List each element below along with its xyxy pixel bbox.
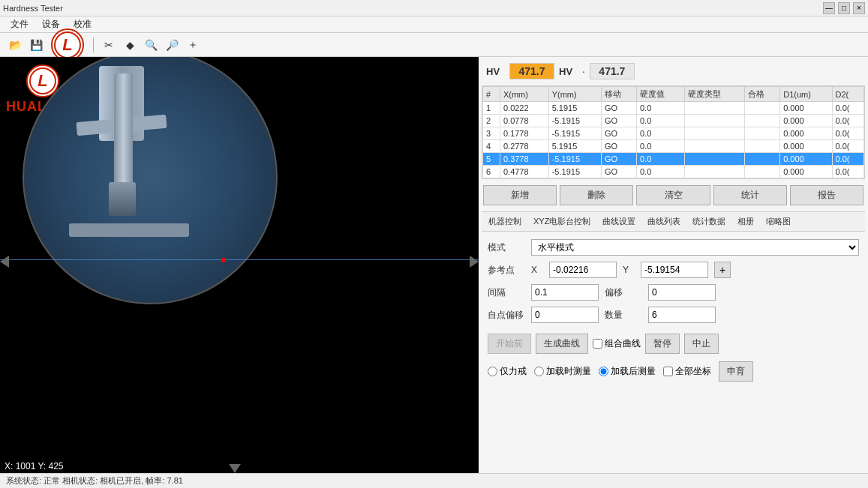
right-panel: HV 471.7 HV · 471.7 # X(mm) Y(mm) 移动 硬度值… [479,57,868,473]
table-cell-col4: 0.0 [637,102,685,115]
table-cell-col4: 0.0 [637,153,685,166]
toolbar-sep-1 [93,37,94,52]
window-controls: — □ × [823,2,865,14]
y-input[interactable] [641,262,708,278]
close-button[interactable]: × [853,2,865,14]
zoom-out-button[interactable]: 🔎 [163,36,181,54]
radio-measure-during-input[interactable] [534,367,544,376]
table-cell-col2: -5.1915 [548,127,601,140]
all-coords-label: 全部坐标 [675,365,711,378]
all-coords-checkbox[interactable] [663,367,673,376]
table-cell-col2: -5.1915 [548,166,601,178]
table-cell-col3: GO [601,140,636,153]
radio-only-force-input[interactable] [488,367,497,376]
mode-label: 模式 [488,241,525,254]
sub-tab-xyz[interactable]: XYZ电影台控制 [528,214,596,229]
arrow-right-handle[interactable] [470,256,479,268]
toolbar: 📂 💾 L ✂ ◆ 🔍 🔎 ＋ [0,33,868,57]
combine-curve-checkbox[interactable] [593,339,602,349]
data-table: # X(mm) Y(mm) 移动 硬度值 硬度类型 合格 D1(um) D2( … [482,85,865,179]
hv-display-row: HV 471.7 HV · 471.7 [482,60,865,82]
table-cell-col7: 0.000 [780,140,832,153]
table-cell-col8: 0.0( [832,153,864,166]
count-input[interactable] [648,307,716,323]
stats-button[interactable]: 统计 [713,185,787,205]
add-button[interactable]: ＋ [184,36,202,54]
table-cell-col1: 0.3778 [500,153,548,166]
pause-button[interactable]: 暂停 [645,334,680,354]
menu-file[interactable]: 文件 [5,16,35,32]
start-count-row: 自点偏移 数量 [488,307,859,323]
x-input[interactable] [549,262,617,278]
apply-button[interactable]: 申育 [719,361,753,382]
status-bar: 系统状态: 正常 相机状态: 相机已开启, 帧率: 7.81 [0,473,868,488]
cut-button[interactable]: ✂ [100,36,118,54]
all-coords-checkbox-label[interactable]: 全部坐标 [663,365,711,378]
start-before-button: 开始前 [488,334,531,354]
table-row[interactable]: 40.27785.1915GO0.00.0000.0( [483,140,864,153]
table-cell-col8: 0.0( [832,140,864,153]
table-row[interactable]: 30.1778-5.1915GO0.00.0000.0( [483,127,864,140]
hv-value-2: 471.7 [590,63,635,79]
menu-bar: 文件 设备 校准 [0,16,868,33]
radio-measure-after-input[interactable] [599,367,608,376]
arrow-bottom-handle[interactable] [229,464,241,473]
table-cell-col0: 3 [483,127,500,140]
sub-tab-statistics[interactable]: 统计数据 [687,214,731,229]
table-cell-col4: 0.0 [637,166,685,178]
report-button[interactable]: 报告 [790,185,863,205]
radio-measure-during[interactable]: 加载时测量 [534,365,591,378]
col-header-d2: D2( [832,87,864,102]
offset-input[interactable] [648,284,716,301]
col-header-hv: 硬度值 [637,87,685,102]
radio-only-force[interactable]: 仅力戒 [488,365,527,378]
measurement-dot [221,258,226,262]
zoom-in-button[interactable]: 🔍 [142,36,160,54]
microscope-svg [24,57,278,304]
table-cell-col2: -5.1915 [548,115,601,127]
sub-tab-thumbnail[interactable]: 缩略图 [761,214,796,229]
open-button[interactable]: 📂 [6,36,24,54]
sub-tab-curve-list[interactable]: 曲线列表 [642,214,686,229]
table-row[interactable]: 20.0778-5.1915GO0.00.0000.0( [483,115,864,127]
sub-tab-machine[interactable]: 机器控制 [483,214,527,229]
generate-curve-button[interactable]: 生成曲线 [536,334,588,354]
gap-input[interactable] [531,284,599,301]
coordinate-display: X: 1001 Y: 425 [5,461,64,472]
table-row[interactable]: 50.3778-5.1915GO0.00.0000.0( [483,153,864,166]
table-row[interactable]: 10.02225.1915GO0.00.0000.0( [483,102,864,115]
table-cell-col0: 4 [483,140,500,153]
col-header-num: # [483,87,500,102]
table-cell-col1: 0.0778 [500,115,548,127]
start-input[interactable] [531,307,599,323]
camera-circle [23,57,278,304]
diamond-button[interactable]: ◆ [121,36,139,54]
col-header-y: Y(mm) [548,87,601,102]
action-buttons-row: 新增 删除 清空 统计 报告 [482,182,865,208]
svg-rect-4 [69,223,189,237]
radio-measure-after[interactable]: 加载后测量 [599,365,656,378]
minimize-button[interactable]: — [823,2,835,14]
mode-select[interactable]: 水平模式 垂直模式 自定义 [531,239,859,256]
logo-circle: L [51,28,84,61]
maximize-button[interactable]: □ [838,2,850,14]
table-cell-col8: 0.0( [832,102,864,115]
save-button[interactable]: 💾 [27,36,45,54]
table-cell-col1: 0.0222 [500,102,548,115]
col-header-qc: 合格 [745,87,780,102]
table-cell-col7: 0.000 [780,102,832,115]
add-ref-point-button[interactable]: + [714,262,731,278]
table-row[interactable]: 60.4778-5.1915GO0.00.0000.0( [483,166,864,178]
stop-button[interactable]: 中止 [684,334,719,354]
sub-tab-album[interactable]: 相册 [732,214,759,229]
radio-measure-after-label: 加载后测量 [611,365,656,378]
coord-text: X: 1001 Y: 425 [5,461,64,472]
combine-curve-checkbox-label[interactable]: 组合曲线 [593,337,641,350]
sub-tab-curve-settings[interactable]: 曲线设置 [597,214,641,229]
add-record-button[interactable]: 新增 [483,185,557,205]
delete-record-button[interactable]: 删除 [560,185,633,205]
camera-inner [24,57,276,303]
main-area: L HUALONG [0,57,868,473]
clear-records-button[interactable]: 清空 [636,185,710,205]
arrow-left-handle[interactable] [0,256,9,268]
